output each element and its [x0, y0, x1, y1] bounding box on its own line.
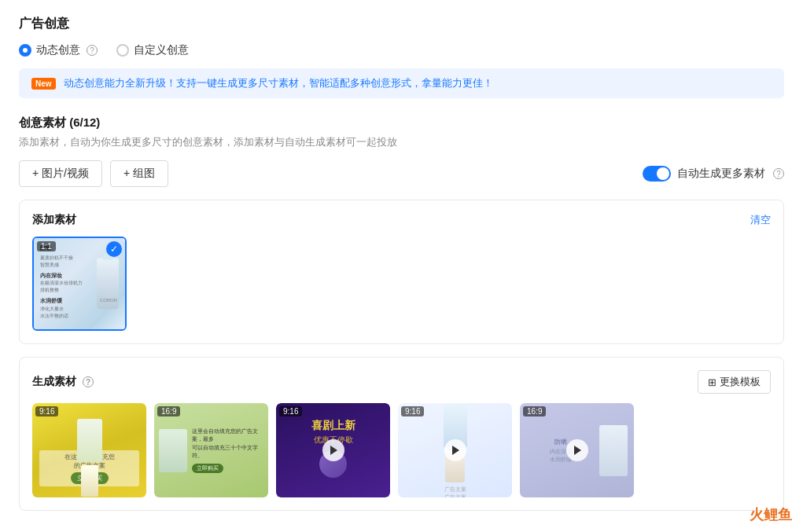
help-icon-gen[interactable]: ?	[83, 376, 94, 387]
gen-thumb-1[interactable]: 在这会自动填充您的广告文案 立即购买 9:16	[32, 403, 146, 497]
radio-circle-custom	[116, 44, 129, 57]
gen-thumbnails: 在这会自动填充您的广告文案 立即购买 9:16 这里会自动填充您的广告文案，最多	[32, 403, 771, 497]
auto-gen-row: 自动生成更多素材 ?	[643, 166, 784, 182]
gen-thumb-5-img: 防晒 内在深妆 水润舒缓	[520, 403, 634, 497]
thumbnail-check-icon: ✓	[106, 241, 122, 257]
creative-material-title: 创意素材 (6/12)	[19, 116, 784, 130]
banner-text: 动态创意能力全新升级！支持一键生成更多尺寸素材，智能适配多种创意形式，拿量能力更…	[64, 76, 493, 90]
change-template-icon: ⊞	[708, 376, 716, 388]
add-group-button[interactable]: + 组图	[110, 160, 168, 187]
radio-group: 动态创意 ? 自定义创意	[19, 43, 784, 57]
gen-thumb-5-ratio: 16:9	[523, 406, 546, 416]
gen-title-text: 生成素材	[32, 375, 76, 389]
radio-label-custom: 自定义创意	[134, 43, 189, 57]
watermark: 火鲤鱼	[750, 505, 792, 524]
gen-thumb-4-img: 辞旧迎新 广告文案 广告文案 广告文案	[398, 403, 512, 497]
radio-label-dynamic: 动态创意	[36, 43, 80, 57]
material-thumbnail[interactable]: 防晒 素质好机不干燥智慧美感 内在深妆 在极清湛水份排机力排机整整 水润舒缓 净…	[32, 237, 127, 331]
gen-header: 生成素材 ? ⊞ 更换模板	[32, 370, 771, 394]
gen-thumb-4-ratio: 9:16	[401, 406, 424, 416]
play-triangle-5	[574, 446, 581, 455]
thumb-2-bg: 这里会自动填充您的广告文案，最多 可以自动填充三十个中文字符。 立即购买	[154, 403, 268, 497]
gen-thumb-4[interactable]: 辞旧迎新 广告文案 广告文案 广告文案	[398, 403, 512, 497]
radio-dynamic[interactable]: 动态创意 ?	[19, 43, 98, 57]
add-material-header: 添加素材 清空	[32, 213, 771, 227]
gen-thumb-3[interactable]: 喜剧上新 优惠不停歇 9:16	[276, 403, 390, 497]
add-material-section: 添加素材 清空 防晒 素质好机不干燥智慧美感 内在深妆 在极清湛水份排机力排机整…	[19, 200, 784, 344]
change-template-label: 更换模板	[720, 375, 761, 389]
change-template-button[interactable]: ⊞ 更换模板	[698, 370, 771, 394]
play-button-3	[322, 439, 344, 461]
gen-thumb-5[interactable]: 防晒 内在深妆 水润舒缓 16:9	[520, 403, 634, 497]
add-material-title: 添加素材	[32, 213, 76, 227]
button-row: + 图片/视频 + 组图 自动生成更多素材 ?	[19, 160, 784, 187]
gen-thumb-3-img: 喜剧上新 优惠不停歇	[276, 403, 390, 497]
gen-thumb-2-img: 这里会自动填充您的广告文案，最多 可以自动填充三十个中文字符。 立即购买	[154, 403, 268, 497]
radio-circle-dynamic	[19, 44, 31, 57]
thumbnail-ratio-badge: 1:1	[37, 241, 56, 251]
page-title: 广告创意	[19, 16, 784, 32]
gen-thumb-2-ratio: 16:9	[157, 406, 180, 416]
banner-notice: New 动态创意能力全新升级！支持一键生成更多尺寸素材，智能适配多种创意形式，拿…	[19, 68, 784, 98]
play-button-4	[444, 439, 466, 461]
generated-section: 生成素材 ? ⊞ 更换模板 在这会自动填充您的广告文	[19, 357, 784, 511]
play-triangle-4	[452, 446, 459, 455]
gen-thumb-1-img: 在这会自动填充您的广告文案 立即购买	[32, 403, 146, 497]
help-icon-dynamic[interactable]: ?	[87, 45, 98, 56]
gen-thumb-2[interactable]: 这里会自动填充您的广告文案，最多 可以自动填充三十个中文字符。 立即购买 16:…	[154, 403, 268, 497]
play-triangle-3	[330, 446, 337, 455]
page-container: 广告创意 动态创意 ? 自定义创意 New 动态创意能力全新升级！支持一键生成更…	[0, 0, 803, 532]
gen-thumb-3-ratio: 9:16	[279, 406, 302, 416]
btn-group: + 图片/视频 + 组图	[19, 160, 168, 187]
play-button-5	[566, 439, 588, 461]
gen-thumb-1-ratio: 9:16	[35, 406, 58, 416]
auto-gen-toggle[interactable]	[643, 166, 671, 182]
new-badge: New	[31, 78, 56, 90]
clear-button[interactable]: 清空	[750, 213, 771, 227]
help-icon-auto-gen[interactable]: ?	[773, 168, 784, 179]
add-image-video-button[interactable]: + 图片/视频	[19, 160, 102, 187]
creative-material-desc: 添加素材，自动为你生成更多尺寸的创意素材，添加素材与自动生成素材可一起投放	[19, 135, 784, 149]
gen-title: 生成素材 ?	[32, 375, 94, 389]
auto-gen-label: 自动生成更多素材	[677, 167, 765, 181]
thumb-1-bg: 在这会自动填充您的广告文案 立即购买	[32, 403, 146, 497]
radio-custom[interactable]: 自定义创意	[116, 43, 189, 57]
